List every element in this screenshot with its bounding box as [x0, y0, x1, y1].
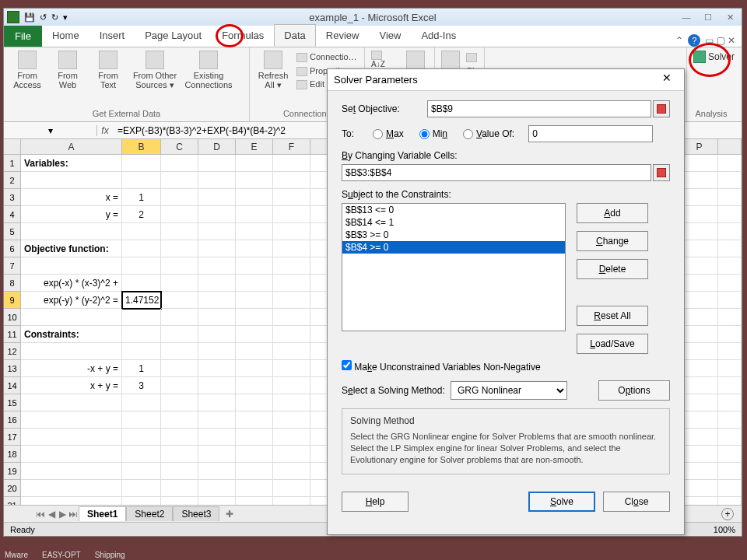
cell-f8[interactable] — [273, 275, 310, 292]
cell-d16[interactable] — [198, 411, 236, 429]
cell-a12[interactable] — [21, 343, 122, 360]
cell-e20[interactable] — [236, 480, 273, 497]
row-header[interactable]: 5 — [4, 223, 21, 240]
cell[interactable] — [718, 189, 742, 206]
cell-f14[interactable] — [273, 377, 310, 394]
cell-f7[interactable] — [273, 257, 310, 275]
cell-c1[interactable] — [161, 155, 198, 172]
cell-e1[interactable] — [236, 155, 273, 172]
help-icon[interactable]: ? — [688, 34, 700, 47]
cell-d19[interactable] — [198, 463, 236, 480]
cell[interactable] — [681, 377, 718, 394]
cell-b3[interactable]: 1 — [122, 189, 161, 206]
cell[interactable] — [718, 377, 742, 394]
cell[interactable] — [681, 275, 718, 292]
cell-d5[interactable] — [198, 223, 236, 240]
cell[interactable] — [681, 394, 718, 411]
cell-d9[interactable] — [198, 292, 236, 309]
cell-b7[interactable] — [122, 257, 161, 275]
col-header-e[interactable]: E — [236, 139, 273, 154]
cell[interactable] — [718, 257, 742, 275]
cell[interactable] — [718, 343, 742, 360]
tab-insert[interactable]: Insert — [89, 24, 135, 47]
changing-cells-input[interactable] — [342, 164, 651, 181]
row-header[interactable]: 8 — [4, 275, 21, 292]
col-header-a[interactable]: A — [21, 139, 122, 154]
cell-b9[interactable]: 1.47152 — [122, 292, 161, 309]
cell-f4[interactable] — [273, 206, 310, 223]
minimize-button[interactable]: — — [678, 12, 695, 22]
cell-e3[interactable] — [236, 189, 273, 206]
sheet-nav-prev-icon[interactable]: ◀ — [46, 509, 57, 520]
list-item[interactable]: $B$13 <= 0 — [342, 204, 565, 216]
cell-d12[interactable] — [198, 343, 236, 360]
row-header[interactable]: 6 — [4, 240, 21, 257]
cell[interactable] — [718, 172, 742, 189]
connections-button[interactable]: Connectio… — [296, 51, 357, 65]
make-nn-row[interactable]: Make Unconstrained Variables Non-Negativ… — [342, 360, 670, 373]
col-header-b[interactable]: B — [122, 139, 161, 154]
cell[interactable] — [681, 446, 718, 463]
cell[interactable] — [718, 240, 742, 257]
cell-e10[interactable] — [236, 309, 273, 326]
radio-min[interactable]: Min — [419, 128, 447, 139]
tool-icon[interactable] — [491, 51, 513, 66]
cell[interactable] — [681, 309, 718, 326]
cell-d13[interactable] — [198, 360, 236, 377]
close-window-button[interactable]: ✕ — [721, 12, 738, 23]
cell-c14[interactable] — [161, 377, 198, 394]
add-button[interactable]: Add — [577, 203, 648, 223]
cell[interactable] — [718, 223, 742, 240]
cell-b5[interactable] — [122, 223, 161, 240]
window-controls-icon[interactable]: ▭ ▢ ✕ — [705, 35, 735, 46]
row-header[interactable]: 18 — [4, 446, 21, 463]
objective-ref-button[interactable] — [653, 100, 670, 117]
delete-button[interactable]: Delete — [577, 259, 648, 279]
row-header[interactable]: 7 — [4, 257, 21, 275]
cell-c4[interactable] — [161, 206, 198, 223]
tab-file[interactable]: File — [4, 26, 42, 47]
cell-e18[interactable] — [236, 446, 273, 463]
cell-a8[interactable]: exp(-x) * (x-3)^2 + — [21, 275, 122, 292]
cell[interactable] — [681, 206, 718, 223]
cell[interactable] — [718, 411, 742, 429]
cell-e11[interactable] — [236, 326, 273, 343]
cell[interactable] — [681, 172, 718, 189]
sheet-tab-2[interactable]: Sheet2 — [126, 506, 173, 521]
sheet-nav-last-icon[interactable]: ⏭ — [68, 509, 79, 520]
cell-d8[interactable] — [198, 275, 236, 292]
list-item[interactable]: $B$3 >= 0 — [342, 229, 565, 241]
cell-f6[interactable] — [273, 240, 310, 257]
cell[interactable] — [718, 429, 742, 446]
cell-f20[interactable] — [273, 480, 310, 497]
cell-e19[interactable] — [236, 463, 273, 480]
cell-b8[interactable] — [122, 275, 161, 292]
cell-c12[interactable] — [161, 343, 198, 360]
cell-a2[interactable] — [21, 172, 122, 189]
cell-e15[interactable] — [236, 394, 273, 411]
row-header[interactable]: 12 — [4, 343, 21, 360]
cell-f1[interactable] — [273, 155, 310, 172]
reset-all-button[interactable]: Reset All — [577, 306, 648, 326]
row-header[interactable]: 3 — [4, 189, 21, 206]
row-header[interactable]: 9 — [4, 292, 21, 309]
qat-redo-icon[interactable]: ↻ — [51, 12, 58, 23]
from-access-button[interactable]: From Access — [10, 51, 44, 89]
cell[interactable] — [681, 343, 718, 360]
taskbar-item[interactable]: EASY-OPT — [42, 551, 81, 559]
cell[interactable] — [681, 189, 718, 206]
valueof-input[interactable] — [528, 125, 653, 142]
select-all-corner[interactable] — [4, 139, 21, 154]
cell-f16[interactable] — [273, 411, 310, 429]
row-header[interactable]: 11 — [4, 326, 21, 343]
cell-b18[interactable] — [122, 446, 161, 463]
zoom-in-icon[interactable]: + — [721, 508, 734, 520]
cell-d14[interactable] — [198, 377, 236, 394]
cell-a4[interactable]: y = — [21, 206, 122, 223]
from-other-button[interactable]: From Other Sources ▾ — [132, 51, 178, 89]
cell-c19[interactable] — [161, 463, 198, 480]
help-button[interactable]: Help — [342, 492, 409, 512]
cell-a7[interactable] — [21, 257, 122, 275]
row-header[interactable]: 2 — [4, 172, 21, 189]
cell-a16[interactable] — [21, 411, 122, 429]
